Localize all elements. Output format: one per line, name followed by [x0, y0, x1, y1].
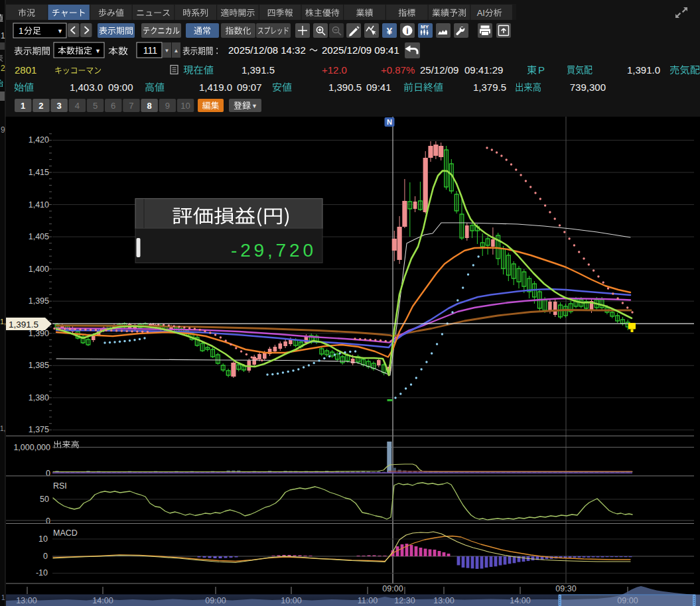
svg-text:9: 9	[165, 101, 170, 111]
svg-text:8: 8	[147, 101, 151, 111]
svg-text:09:00: 09:00	[382, 584, 403, 593]
svg-text:111: 111	[143, 45, 157, 56]
svg-text:-10: -10	[36, 568, 48, 577]
svg-text:+12.0: +12.0	[322, 64, 347, 76]
svg-text:6: 6	[111, 101, 115, 111]
svg-text:739,300: 739,300	[570, 82, 606, 93]
svg-text:▲: ▲	[174, 48, 179, 54]
svg-text:P: P	[538, 64, 545, 76]
svg-text:14:00: 14:00	[92, 596, 113, 605]
svg-text:1,410: 1,410	[29, 200, 49, 210]
svg-text:4: 4	[75, 101, 80, 111]
svg-text:5: 5	[93, 101, 98, 111]
svg-text:2: 2	[1, 64, 5, 73]
svg-text:1,375: 1,375	[29, 425, 49, 434]
svg-text:1,391.0: 1,391.0	[627, 64, 660, 76]
svg-text:N: N	[387, 118, 392, 126]
svg-text:1,400: 1,400	[29, 265, 49, 274]
svg-text:1,379.5: 1,379.5	[473, 82, 506, 93]
svg-text:1: 1	[21, 101, 25, 111]
svg-text:2025/12/08 14:32: 2025/12/08 14:32	[228, 44, 306, 56]
svg-text:1: 1	[1, 594, 5, 601]
svg-text:1,419.0: 1,419.0	[199, 82, 232, 93]
svg-text:7: 7	[129, 101, 133, 111]
svg-text:09:00: 09:00	[617, 596, 638, 605]
svg-text:0: 0	[46, 516, 50, 526]
svg-text:RSI: RSI	[53, 481, 67, 491]
svg-text:2025/12/09 09:41: 2025/12/09 09:41	[322, 44, 399, 56]
svg-text:09:00: 09:00	[205, 596, 226, 605]
svg-text:i: i	[406, 27, 408, 36]
svg-text:1: 1	[19, 26, 23, 36]
svg-text:1,395: 1,395	[29, 296, 49, 306]
svg-text:12:30: 12:30	[394, 596, 415, 605]
svg-text:14:00: 14:00	[510, 596, 530, 605]
svg-text:25/12/09: 25/12/09	[420, 64, 458, 76]
svg-text:1,403.0: 1,403.0	[70, 82, 103, 93]
svg-text:2: 2	[38, 101, 43, 111]
svg-text:2801: 2801	[15, 64, 36, 76]
svg-text:09:30: 09:30	[555, 584, 576, 593]
svg-text:▼: ▼	[57, 28, 63, 34]
svg-text:09:41:29: 09:41:29	[464, 64, 503, 76]
svg-text:+0.87%: +0.87%	[381, 64, 415, 76]
svg-text:09:41: 09:41	[366, 82, 391, 93]
svg-text:13:00: 13:00	[433, 596, 454, 605]
svg-text:¥: ¥	[387, 25, 393, 36]
svg-text:1,391.5: 1,391.5	[9, 320, 38, 330]
svg-text:MACD: MACD	[53, 528, 78, 538]
svg-text:50: 50	[40, 495, 49, 504]
svg-text:13:00: 13:00	[16, 596, 36, 605]
svg-text:10:00: 10:00	[281, 596, 301, 605]
svg-text:1,391.5: 1,391.5	[242, 64, 275, 76]
svg-text:1,380: 1,380	[29, 393, 49, 402]
svg-text:1: 1	[1, 31, 5, 40]
svg-text:09:07: 09:07	[237, 82, 262, 93]
svg-text:0: 0	[46, 469, 50, 478]
svg-text:3: 3	[56, 101, 61, 111]
svg-text:10: 10	[180, 101, 190, 111]
svg-text:11:00: 11:00	[358, 596, 378, 605]
svg-text:1,390.5: 1,390.5	[328, 82, 362, 93]
svg-text:9: 9	[1, 125, 5, 135]
svg-text:0: 0	[43, 552, 48, 561]
svg-text:1,385: 1,385	[29, 361, 49, 370]
svg-text:AI: AI	[477, 8, 485, 18]
svg-text:1,415: 1,415	[29, 168, 49, 177]
svg-text:▼: ▼	[251, 103, 257, 109]
svg-text:MY: MY	[421, 24, 429, 30]
svg-text:1,420: 1,420	[29, 135, 49, 145]
svg-text:1,000,000: 1,000,000	[13, 443, 50, 452]
svg-text:1,: 1,	[0, 318, 6, 326]
svg-text:10: 10	[38, 534, 48, 544]
svg-text:09:00: 09:00	[108, 82, 133, 93]
svg-text:1,: 1,	[0, 425, 5, 432]
svg-text:▼: ▼	[95, 48, 101, 54]
svg-text:▼: ▼	[165, 48, 170, 54]
svg-text:1,405: 1,405	[29, 232, 49, 241]
